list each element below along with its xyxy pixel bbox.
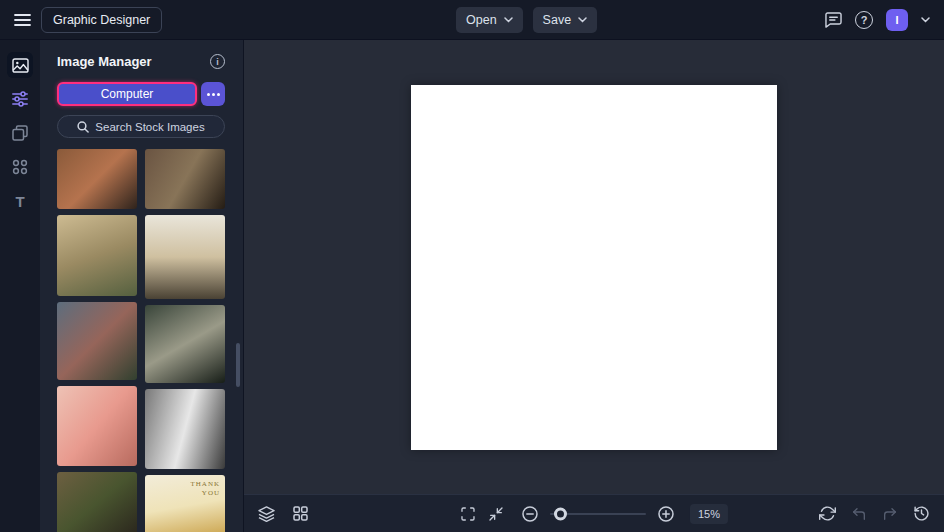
main: T Image Manager i Computer Sea [0,40,944,532]
grid-view-icon [293,506,308,521]
layers-icon [258,506,275,522]
app-root: Graphic Designer Open Save [0,0,944,532]
account-menu-button[interactable] [921,17,930,23]
fit-screen-button[interactable] [488,506,504,522]
statusbar-right [819,505,930,522]
search-stock-images-button[interactable]: Search Stock Images [57,115,225,138]
open-button[interactable]: Open [456,7,523,33]
panel-header: Image Manager i [57,54,225,69]
statusbar-center: 15% [460,504,728,524]
thumbnail-thank-you-card[interactable]: THANK YOU [145,475,225,532]
panel-scrollbar[interactable] [236,343,240,387]
thumbnail-couple-walking-field[interactable] [145,215,225,299]
chevron-down-icon [578,17,587,23]
templates-icon [12,125,28,141]
help-button[interactable]: ? [855,11,873,29]
open-label: Open [466,13,497,27]
thumbnail-outdoor-table-setting[interactable] [57,215,137,296]
thumbnail-blue-floral-arrangement[interactable] [57,302,137,380]
history-icon [913,505,930,522]
feedback-button[interactable] [825,12,842,28]
sliders-icon [12,91,28,107]
feedback-icon [825,12,842,28]
save-button[interactable]: Save [533,7,598,33]
text-tool-icon: T [15,193,24,210]
rail-item-image-manager[interactable] [7,52,33,78]
history-button[interactable] [913,505,930,522]
fit-screen-icon [488,506,504,522]
avatar: I [886,9,908,31]
thumbnail-autumn-table-florals[interactable] [57,149,137,209]
zoom-slider-track[interactable] [550,513,646,515]
statusbar-left [258,506,308,522]
image-icon [12,58,29,73]
thumbnail-couple-kissing-sign[interactable] [145,305,225,383]
thumb-col-2: THANK YOU [145,149,225,532]
thumbnail-pink-white-flowers[interactable] [57,386,137,466]
computer-upload-button[interactable]: Computer [57,82,197,106]
thumbnail-wedding-dress-barn[interactable] [145,389,225,469]
undo-button[interactable] [851,506,867,522]
help-icon: ? [855,11,873,29]
zoom-in-icon [658,506,674,522]
zoom-out-icon [522,506,538,522]
chevron-down-icon [504,17,513,23]
info-icon[interactable]: i [210,54,225,69]
zoom-slider-knob[interactable] [554,507,567,520]
rail-item-templates[interactable] [7,120,33,146]
thumbnail-grid: THANK YOU [57,149,225,532]
app-title-label: Graphic Designer [53,13,150,27]
canvas-artboard[interactable] [411,85,777,450]
source-row: Computer [57,82,225,106]
thumbnail-text: THANK YOU [188,480,220,499]
statusbar: 15% [244,494,944,532]
panel-title: Image Manager [57,54,152,69]
grid-view-button[interactable] [293,506,308,521]
zoom-out-button[interactable] [522,506,538,522]
image-manager-panel: Image Manager i Computer Search Stock Im… [40,40,243,532]
account-button[interactable]: I [886,9,908,31]
thumbnail-hanging-florals-table[interactable] [57,472,137,532]
chevron-down-icon [921,17,930,23]
topbar: Graphic Designer Open Save [0,0,944,40]
topbar-center: Open Save [456,0,597,40]
search-icon [77,121,89,133]
zoom-level-value[interactable]: 15% [690,504,728,524]
ellipsis-icon [207,93,220,96]
fullscreen-icon [460,506,476,522]
app-title-button[interactable]: Graphic Designer [41,7,162,33]
more-options-button[interactable] [201,82,225,106]
computer-label: Computer [101,87,154,101]
layers-button[interactable] [258,506,275,522]
rail-item-elements[interactable] [7,154,33,180]
redo-button[interactable] [882,506,898,522]
save-label: Save [543,13,572,27]
fullscreen-button[interactable] [460,506,476,522]
rail-item-adjustments[interactable] [7,86,33,112]
elements-icon [12,159,28,175]
undo-icon [851,506,867,522]
zoom-slider[interactable] [550,513,646,515]
rail-item-text[interactable]: T [7,188,33,214]
topbar-left: Graphic Designer [14,7,162,33]
menu-button[interactable] [14,13,31,27]
thumb-col-1 [57,149,137,532]
hamburger-icon [14,13,31,27]
redo-icon [882,506,898,522]
thumbnail-barn-doors-wreaths[interactable] [145,149,225,209]
search-placeholder: Search Stock Images [95,121,204,133]
reset-view-button[interactable] [819,505,836,522]
zoom-in-button[interactable] [658,506,674,522]
tool-rail: T [0,40,40,532]
topbar-right: ? I [825,9,930,31]
canvas-stage: 15% [243,40,944,532]
canvas-viewport [244,40,944,494]
reset-icon [819,505,836,522]
